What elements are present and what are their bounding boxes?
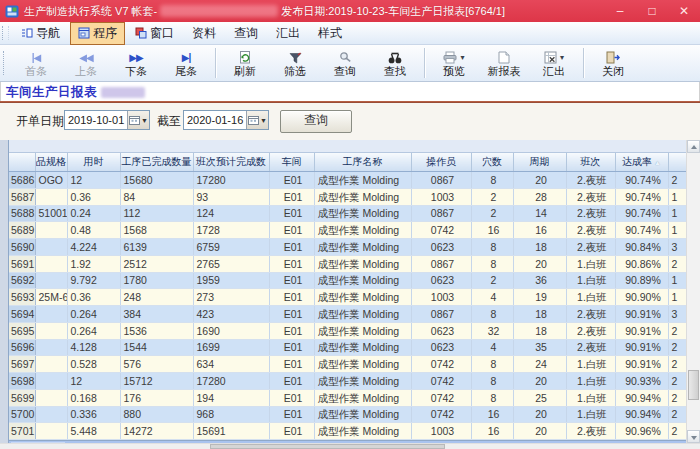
cell-shift[interactable]: 1.白班 xyxy=(566,389,615,406)
cell-rate[interactable]: 90.94% xyxy=(615,389,668,406)
cell-cavity[interactable]: 8 xyxy=(471,255,513,272)
horizontal-scrollbar[interactable] xyxy=(0,443,700,449)
cell-row-id[interactable]: 5695 xyxy=(9,322,35,339)
close-window-button[interactable]: 关闭 xyxy=(588,45,638,81)
cell-cavity[interactable]: 32 xyxy=(471,322,513,339)
cell-hours[interactable]: 0.264 xyxy=(67,306,120,323)
cell-hours[interactable]: 4.224 xyxy=(67,239,120,256)
cell-plan-qty[interactable]: 124 xyxy=(193,205,269,222)
cell-done-qty[interactable]: 14272 xyxy=(120,423,193,440)
cell-shift[interactable]: 2.夜班 xyxy=(566,205,615,222)
cell-done-qty[interactable]: 1780 xyxy=(120,272,193,289)
menu-item-window[interactable]: 窗口 xyxy=(127,22,182,45)
cell-operator[interactable]: 0623 xyxy=(411,272,471,289)
cell-rate[interactable]: 90.74% xyxy=(615,172,668,189)
cell-hours[interactable]: 4.128 xyxy=(67,339,120,356)
cell-cavity[interactable]: 8 xyxy=(471,239,513,256)
cell-shift[interactable]: 1.白班 xyxy=(566,373,615,390)
cell-hours[interactable]: 0.36 xyxy=(67,188,120,205)
cell-workshop[interactable]: E01 xyxy=(269,373,314,390)
toolbar-grip[interactable] xyxy=(3,51,9,75)
cell-done-qty[interactable]: 384 xyxy=(120,306,193,323)
cell-cycle[interactable]: 20 xyxy=(513,373,566,390)
table-row[interactable]: 56890.4815681728E01成型作業 Molding074216162… xyxy=(9,222,686,239)
table-row[interactable]: 56904.22461396759E01成型作業 Molding06238182… xyxy=(9,239,686,256)
cell-workshop[interactable]: E01 xyxy=(269,306,314,323)
date-to-field[interactable]: 2020-01-16 ▼ xyxy=(183,110,269,130)
cell-extra[interactable]: 1 xyxy=(668,222,686,239)
cell-operator[interactable]: 1003 xyxy=(411,289,471,306)
cell-row-id[interactable]: 5701 xyxy=(9,423,35,440)
cell-operator[interactable]: 0867 xyxy=(411,255,471,272)
cell-process[interactable]: 成型作業 Molding xyxy=(314,289,411,306)
cell-row-id[interactable]: 5688 xyxy=(9,205,35,222)
menu-item-nav[interactable]: 导航 xyxy=(13,22,68,45)
cell-row-id[interactable]: 5686 xyxy=(9,172,35,189)
cell-workshop[interactable]: E01 xyxy=(269,255,314,272)
menu-item-program[interactable]: 程序 xyxy=(70,22,125,45)
cell-plan-qty[interactable]: 17280 xyxy=(193,373,269,390)
cell-process[interactable]: 成型作業 Molding xyxy=(314,356,411,373)
table-row[interactable]: 56929.79217801959E01成型作業 Molding06232361… xyxy=(9,272,686,289)
cell-operator[interactable]: 0742 xyxy=(411,373,471,390)
cell-process[interactable]: 成型作業 Molding xyxy=(314,172,411,189)
cell-cycle[interactable]: 20 xyxy=(513,255,566,272)
cell-done-qty[interactable]: 84 xyxy=(120,188,193,205)
cell-hours[interactable]: 0.528 xyxy=(67,356,120,373)
cell-spec[interactable] xyxy=(35,356,67,373)
minimize-icon[interactable]: – xyxy=(604,0,636,22)
cell-spec[interactable] xyxy=(35,272,67,289)
cell-done-qty[interactable]: 880 xyxy=(120,406,193,423)
table-row[interactable]: 56940.264384423E01成型作業 Molding08678182.夜… xyxy=(9,306,686,323)
cell-plan-qty[interactable]: 194 xyxy=(193,389,269,406)
preview-button[interactable]: ▾预览 xyxy=(429,45,479,81)
cell-extra[interactable]: 2 xyxy=(668,322,686,339)
cell-process[interactable]: 成型作業 Molding xyxy=(314,222,411,239)
cell-cavity[interactable]: 16 xyxy=(471,423,513,440)
cell-rate[interactable]: 90.91% xyxy=(615,322,668,339)
cell-spec[interactable] xyxy=(35,239,67,256)
menu-item-style[interactable]: 样式 xyxy=(310,22,350,45)
cell-cavity[interactable]: 4 xyxy=(471,339,513,356)
cell-cycle[interactable]: 19 xyxy=(513,289,566,306)
calendar-dropdown-icon[interactable]: ▼ xyxy=(246,111,268,129)
vertical-scroll-thumb[interactable] xyxy=(688,370,699,400)
column-header-done-qty[interactable]: 工序已完成数量 xyxy=(120,153,193,172)
cell-row-id[interactable]: 5693 xyxy=(9,289,35,306)
cell-row-id[interactable]: 5687 xyxy=(9,188,35,205)
cell-shift[interactable]: 1.白班 xyxy=(566,356,615,373)
cell-done-qty[interactable]: 15680 xyxy=(120,172,193,189)
cell-plan-qty[interactable]: 6759 xyxy=(193,239,269,256)
cell-row-id[interactable]: 5696 xyxy=(9,339,35,356)
cell-row-id[interactable]: 5699 xyxy=(9,389,35,406)
cell-workshop[interactable]: E01 xyxy=(269,322,314,339)
cell-process[interactable]: 成型作業 Molding xyxy=(314,188,411,205)
column-header-cavity[interactable]: 穴数 xyxy=(471,153,513,172)
cell-plan-qty[interactable]: 968 xyxy=(193,406,269,423)
cell-shift[interactable]: 1.白班 xyxy=(566,289,615,306)
cell-hours[interactable]: 0.48 xyxy=(67,222,120,239)
cell-plan-qty[interactable]: 634 xyxy=(193,356,269,373)
cell-operator[interactable]: 0623 xyxy=(411,322,471,339)
cell-done-qty[interactable]: 2512 xyxy=(120,255,193,272)
column-header-shift[interactable]: 班次 xyxy=(566,153,615,172)
cell-cycle[interactable]: 16 xyxy=(513,222,566,239)
cell-spec[interactable] xyxy=(35,255,67,272)
cell-cycle[interactable]: 14 xyxy=(513,205,566,222)
table-row[interactable]: 56950.26415361690E01成型作業 Molding06233218… xyxy=(9,322,686,339)
cell-shift[interactable]: 2.夜班 xyxy=(566,239,615,256)
cell-extra[interactable]: 1 xyxy=(668,289,686,306)
cell-cavity[interactable]: 8 xyxy=(471,373,513,390)
date-from-value[interactable]: 2019-10-01 xyxy=(65,111,127,129)
cell-cycle[interactable]: 36 xyxy=(513,272,566,289)
cell-hours[interactable]: 0.24 xyxy=(67,205,120,222)
vertical-scrollbar[interactable] xyxy=(686,140,700,443)
cell-process[interactable]: 成型作業 Molding xyxy=(314,205,411,222)
cell-process[interactable]: 成型作業 Molding xyxy=(314,255,411,272)
cell-cycle[interactable]: 18 xyxy=(513,306,566,323)
cell-extra[interactable]: 3 xyxy=(668,306,686,323)
cell-rate[interactable]: 90.74% xyxy=(615,222,668,239)
cell-extra[interactable]: 2 xyxy=(668,356,686,373)
cell-shift[interactable]: 2.夜班 xyxy=(566,222,615,239)
cell-hours[interactable]: 9.792 xyxy=(67,272,120,289)
